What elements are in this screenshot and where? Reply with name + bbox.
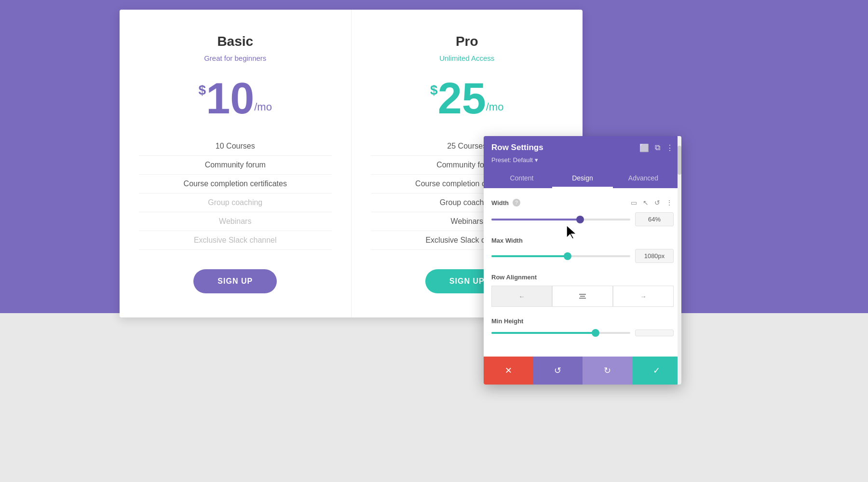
basic-subtitle: Great for beginners: [139, 54, 332, 62]
width-help-icon[interactable]: ?: [513, 199, 520, 207]
panel-header: Row Settings ⬜ ⧉ ⋮ Preset: Default ▾ Con…: [484, 136, 681, 188]
width-slider-thumb[interactable]: [576, 216, 584, 223]
width-reset-icon[interactable]: ↺: [653, 198, 661, 207]
pro-price-dollar: $: [430, 83, 438, 98]
min-height-slider-thumb[interactable]: [592, 329, 599, 337]
panel-footer: ✕ ↺ ↻ ✓: [484, 357, 681, 385]
basic-price-container: $ 10 /mo: [139, 77, 332, 120]
width-value-box[interactable]: 64%: [635, 212, 674, 226]
svg-rect-1: [580, 296, 585, 297]
save-icon: ✓: [653, 365, 660, 376]
pro-subtitle: Unlimited Access: [371, 54, 564, 62]
pro-price-period: /mo: [486, 101, 504, 113]
undo-icon: ↺: [554, 365, 561, 376]
split-icon[interactable]: ⧉: [655, 143, 660, 152]
width-slider-row: 64%: [491, 212, 674, 226]
pro-price-number: 25: [438, 77, 486, 120]
width-slider-fill: [491, 219, 580, 220]
list-item: Webinars: [139, 212, 332, 231]
width-setting: Width ? ▭ ↖ ↺ ⋮ 64%: [491, 198, 674, 226]
row-settings-panel: Row Settings ⬜ ⧉ ⋮ Preset: Default ▾ Con…: [484, 136, 681, 385]
max-width-slider-row: 1080px: [491, 249, 674, 263]
max-width-label-row: Max Width: [491, 237, 674, 244]
width-slider-track[interactable]: [491, 219, 630, 220]
width-cursor-icon[interactable]: ↖: [642, 198, 650, 207]
min-height-value-box[interactable]: [635, 330, 674, 336]
list-item: Community forum: [139, 156, 332, 175]
width-label: Width: [491, 199, 509, 207]
list-item: Group coaching: [139, 193, 332, 212]
min-height-slider-row: [491, 330, 674, 336]
basic-price-number: 10: [206, 77, 254, 120]
panel-preset[interactable]: Preset: Default ▾: [491, 156, 674, 164]
min-height-setting: Min Height: [491, 317, 674, 336]
min-height-slider-fill: [491, 332, 596, 334]
list-item: Course completion certificates: [139, 175, 332, 193]
list-item: 10 Courses: [139, 137, 332, 156]
row-alignment-label: Row Alignment: [491, 274, 537, 281]
fullscreen-icon[interactable]: ⬜: [639, 143, 649, 152]
row-alignment-setting: Row Alignment ← →: [491, 274, 674, 307]
row-alignment-buttons: ← →: [491, 286, 674, 307]
min-height-slider-track[interactable]: [491, 332, 630, 334]
basic-price-period: /mo: [254, 101, 272, 113]
basic-feature-list: 10 Courses Community forum Course comple…: [139, 137, 332, 250]
basic-title: Basic: [139, 34, 332, 49]
align-center-button[interactable]: [552, 286, 613, 307]
tab-advanced[interactable]: Advanced: [613, 169, 674, 188]
pricing-card-basic: Basic Great for beginners $ 10 /mo 10 Co…: [120, 10, 352, 317]
min-height-label-row: Min Height: [491, 317, 674, 325]
align-right-button[interactable]: →: [613, 286, 674, 307]
width-tablet-icon[interactable]: ▭: [630, 198, 638, 207]
svg-rect-0: [579, 294, 586, 295]
list-item: Exclusive Slack channel: [139, 231, 332, 250]
basic-signup-button[interactable]: SIGN UP: [193, 269, 277, 293]
max-width-slider-thumb[interactable]: [564, 252, 571, 260]
save-button[interactable]: ✓: [632, 357, 682, 385]
cancel-icon: ✕: [505, 365, 512, 376]
panel-scrollbar[interactable]: [678, 136, 681, 385]
more-options-icon[interactable]: ⋮: [666, 143, 674, 152]
scrollbar-thumb: [678, 146, 681, 175]
pro-price-container: $ 25 /mo: [371, 77, 564, 120]
redo-icon: ↻: [604, 365, 611, 376]
tab-content[interactable]: Content: [491, 169, 552, 188]
svg-rect-2: [579, 298, 586, 299]
row-alignment-label-row: Row Alignment: [491, 274, 674, 281]
panel-body: Width ? ▭ ↖ ↺ ⋮ 64% Max Width: [484, 188, 681, 357]
align-left-button[interactable]: ←: [491, 286, 552, 307]
max-width-setting: Max Width 1080px: [491, 237, 674, 263]
max-width-label: Max Width: [491, 237, 523, 244]
pro-title: Pro: [371, 34, 564, 49]
max-width-value-box[interactable]: 1080px: [635, 249, 674, 263]
tab-design[interactable]: Design: [552, 169, 613, 188]
panel-tabs: Content Design Advanced: [491, 169, 674, 188]
max-width-slider-fill: [491, 255, 568, 257]
width-label-row: Width ? ▭ ↖ ↺ ⋮: [491, 198, 674, 207]
redo-button[interactable]: ↻: [583, 357, 632, 385]
basic-price-dollar: $: [199, 83, 206, 98]
align-center-icon: [578, 292, 587, 301]
min-height-label: Min Height: [491, 317, 523, 325]
panel-title: Row Settings: [491, 143, 543, 152]
cancel-button[interactable]: ✕: [484, 357, 533, 385]
panel-header-icons: ⬜ ⧉ ⋮: [639, 143, 674, 152]
max-width-slider-track[interactable]: [491, 255, 630, 257]
panel-header-top: Row Settings ⬜ ⧉ ⋮: [491, 143, 674, 152]
width-more-icon[interactable]: ⋮: [665, 198, 674, 207]
undo-button[interactable]: ↺: [533, 357, 583, 385]
